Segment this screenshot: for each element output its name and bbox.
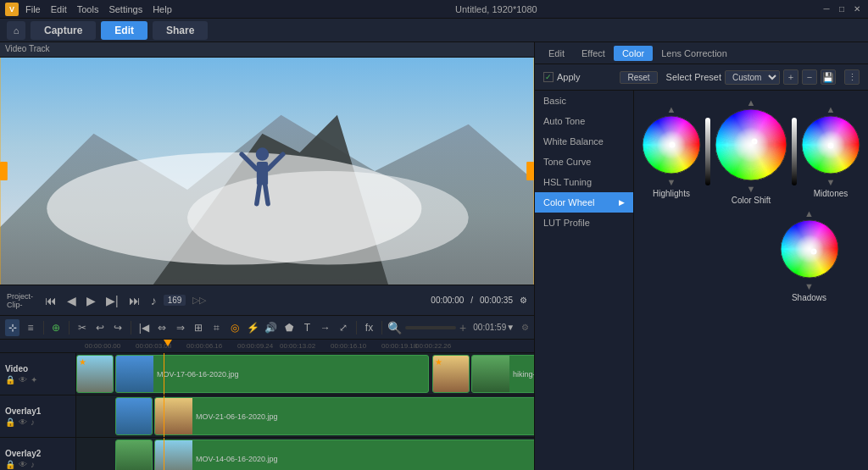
volume-button[interactable]: ♪ <box>147 292 160 309</box>
tool-color[interactable]: ◎ <box>227 319 242 336</box>
share-tab[interactable]: Share <box>153 21 208 40</box>
navbar: ⌂ Capture Edit Share <box>0 19 868 42</box>
overlay1-eye-button[interactable]: 👁 <box>19 417 27 427</box>
menu-settings[interactable]: Settings <box>108 4 142 14</box>
next-frame-button[interactable]: ▶| <box>103 292 122 309</box>
tab-effect[interactable]: Effect <box>573 46 614 61</box>
tool-undo[interactable]: ↩ <box>92 319 107 336</box>
apply-checkbox[interactable] <box>543 72 554 82</box>
overlay1-lock-button[interactable]: 🔒 <box>5 417 15 427</box>
tab-edit[interactable]: Edit <box>540 46 573 61</box>
tool-audio[interactable]: 🔊 <box>264 319 278 336</box>
overlay2-eye-button[interactable]: 👁 <box>19 460 27 469</box>
overlay1-audio-button[interactable]: ♪ <box>31 417 35 427</box>
colorshift-arrow-up[interactable]: ▲ <box>747 97 756 108</box>
v-slider-2[interactable] <box>792 118 797 185</box>
edit-item-basic[interactable]: Basic <box>535 91 633 111</box>
shadows-color-wheel[interactable] <box>779 218 840 279</box>
zoom-level[interactable]: 00:01:59▼ <box>473 323 515 332</box>
save-preset-button[interactable]: 💾 <box>821 69 836 85</box>
menu-help[interactable]: Help <box>153 4 172 14</box>
tool-redo[interactable]: ↪ <box>111 319 125 336</box>
overlay2-audio-button[interactable]: ♪ <box>31 460 35 469</box>
overlay1-clip-1[interactable] <box>115 397 153 435</box>
reset-button[interactable]: Reset <box>620 71 657 84</box>
video-star-button[interactable]: ✦ <box>31 375 37 384</box>
video-lock-button[interactable]: 🔒 <box>5 375 15 384</box>
menu-bar: File Edit Tools Settings Help <box>25 4 172 14</box>
overlay2-clip-1[interactable] <box>115 440 153 470</box>
midtones-arrow-up[interactable]: ▲ <box>826 104 836 114</box>
edit-item-whitebalance-label: White Balance <box>543 136 604 147</box>
colorshift-color-wheel[interactable] <box>714 108 788 182</box>
tool-join[interactable]: ⇒ <box>173 319 187 336</box>
zoom-slider[interactable] <box>405 326 456 329</box>
tool-track[interactable]: ≡ <box>23 319 37 336</box>
v-slider-1[interactable] <box>705 118 710 185</box>
tool-add-track[interactable]: ⊕ <box>49 319 64 336</box>
shadows-label: Shadows <box>792 293 826 302</box>
home-button[interactable]: ⌂ <box>7 21 25 40</box>
capture-tab[interactable]: Capture <box>31 21 96 40</box>
highlights-arrow-up[interactable]: ▲ <box>667 104 676 114</box>
shadows-arrow-down[interactable]: ▼ <box>804 281 814 291</box>
play-button[interactable]: ▶ <box>83 292 99 309</box>
prev-frame-button[interactable]: ◀ <box>64 292 80 309</box>
video-clip-3[interactable]: ★ <box>432 355 470 393</box>
go-end-button[interactable]: ⏭ <box>125 292 144 309</box>
highlights-label: Highlights <box>653 189 690 198</box>
tool-prev[interactable]: |◀ <box>136 319 151 336</box>
tool-mask[interactable]: ⬟ <box>281 319 296 336</box>
tool-scissors[interactable]: ✂ <box>75 319 89 336</box>
speed-display[interactable]: 169 <box>164 295 186 306</box>
video-track-controls: 🔒 👁 ✦ <box>5 375 70 384</box>
edit-item-colorwheel[interactable]: Color Wheel ▶ <box>535 192 633 213</box>
edit-item-autotone[interactable]: Auto Tone <box>535 111 633 131</box>
overlay2-clip-2[interactable]: MOV-14-06-16-2020.jpg <box>154 440 534 470</box>
tab-lens-correction[interactable]: Lens Correction <box>653 46 736 61</box>
video-clip-1[interactable]: ★ <box>76 355 114 393</box>
video-clip-2[interactable]: MOV-17-06-16-2020.jpg <box>115 355 429 393</box>
shadows-arrow-up[interactable]: ▲ <box>804 208 814 218</box>
tool-zoom-in[interactable]: ⊞ <box>191 319 205 336</box>
edit-item-tonecurve[interactable]: Tone Curve <box>535 152 633 172</box>
menu-edit[interactable]: Edit <box>51 4 67 14</box>
colorshift-arrow-down[interactable]: ▼ <box>747 184 756 194</box>
go-start-button[interactable]: ⏮ <box>42 292 60 309</box>
maximize-button[interactable]: □ <box>836 3 848 15</box>
tool-speed[interactable]: ⚡ <box>246 319 260 336</box>
tool-expand[interactable]: ⤢ <box>337 319 351 336</box>
zoom-in-button[interactable]: + <box>459 321 466 335</box>
highlights-wheel-wrap <box>641 114 702 177</box>
edit-tab[interactable]: Edit <box>101 21 147 40</box>
tool-crop[interactable]: ⌗ <box>209 319 224 336</box>
tool-text[interactable]: T <box>300 319 314 336</box>
delete-preset-button[interactable]: − <box>802 69 817 85</box>
tool-split[interactable]: ⇔ <box>154 319 169 336</box>
highlights-wheel-container: ▲ ▼ Highlights <box>641 104 702 198</box>
midtones-arrow-down[interactable]: ▼ <box>826 177 836 187</box>
overlay2-thumbnail-1 <box>116 440 153 470</box>
tool-select[interactable]: ⊹ <box>5 319 19 336</box>
close-button[interactable]: ✕ <box>851 3 863 15</box>
video-clip-4[interactable]: hiking-trip-video <box>471 355 534 393</box>
edit-item-hsltuning[interactable]: HSL Tuning <box>535 172 633 192</box>
tool-arrow[interactable]: → <box>318 319 332 336</box>
overlay2-lock-button[interactable]: 🔒 <box>5 460 15 469</box>
tab-color[interactable]: Color <box>614 46 653 61</box>
highlights-arrow-down[interactable]: ▼ <box>667 177 676 187</box>
overlay1-clip-2[interactable]: MOV-21-06-16-2020.jpg <box>154 397 534 435</box>
select-preset-label: Select Preset <box>666 72 721 82</box>
menu-file[interactable]: File <box>25 4 41 14</box>
add-preset-button[interactable]: + <box>783 69 798 85</box>
edit-item-whitebalance[interactable]: White Balance <box>535 131 633 152</box>
minimize-button[interactable]: ─ <box>821 3 832 15</box>
menu-tools[interactable]: Tools <box>77 4 99 14</box>
track-options[interactable]: ⚙ <box>521 323 529 332</box>
edit-item-lutprofile[interactable]: LUT Profile <box>535 213 633 233</box>
preset-select[interactable]: Custom Default Warm Cool <box>725 70 780 85</box>
video-eye-button[interactable]: 👁 <box>19 375 27 384</box>
tool-fx[interactable]: fx <box>362 319 376 336</box>
zoom-out-button[interactable]: 🔍 <box>387 321 402 335</box>
more-options-button[interactable]: ⋮ <box>844 69 860 85</box>
